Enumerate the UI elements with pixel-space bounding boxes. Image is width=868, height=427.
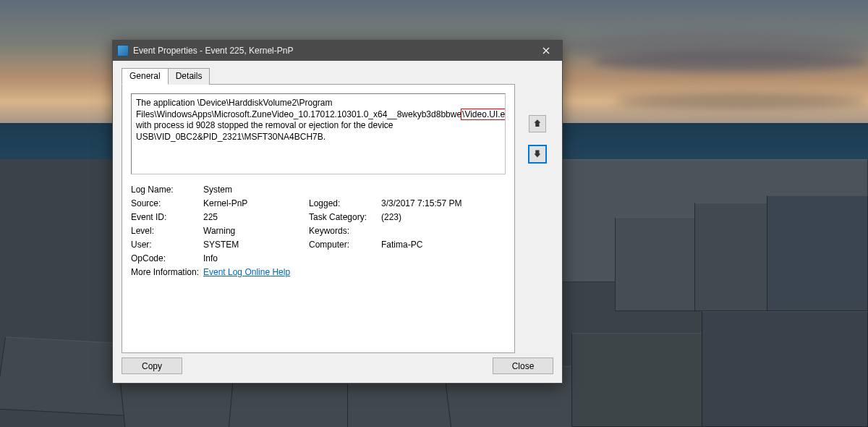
arrow-down-icon: 🡇 [533,149,542,159]
level-value: Warning [203,226,309,236]
opcode-label: OpCode: [131,253,203,263]
titlebar[interactable]: Event Properties - Event 225, Kernel-PnP [113,41,562,61]
computer-value: Fatima-PC [381,240,490,250]
description-text-pre: The application \Device\HarddiskVolume2\… [136,98,461,119]
event-log-help-link[interactable]: Event Log Online Help [203,267,290,277]
arrow-up-icon: 🡅 [533,119,542,129]
level-label: Level: [131,226,203,236]
source-label: Source: [131,198,203,208]
next-event-button[interactable]: 🡇 [529,145,546,163]
close-button[interactable]: Close [493,358,553,374]
logged-label: Logged: [309,198,381,208]
event-description: The application \Device\HarddiskVolume2\… [131,93,506,174]
event-properties-dialog: Event Properties - Event 225, Kernel-PnP… [112,40,563,384]
user-label: User: [131,240,203,250]
tab-details[interactable]: Details [168,68,210,85]
computer-label: Computer: [309,240,381,250]
copy-button[interactable]: Copy [122,358,182,374]
taskcategory-value: (223) [381,212,490,222]
eventid-label: Event ID: [131,212,203,222]
user-value: SYSTEM [203,240,309,250]
tab-panel-general: The application \Device\HarddiskVolume2\… [122,84,515,353]
keywords-label: Keywords: [309,226,381,236]
keywords-value [381,226,490,236]
tab-general[interactable]: General [122,68,169,85]
close-icon[interactable] [530,41,562,61]
taskcategory-label: Task Category: [309,212,381,222]
previous-event-button[interactable]: 🡅 [529,115,546,132]
window-title: Event Properties - Event 225, Kernel-PnP [133,46,530,56]
opcode-value: Info [203,253,309,263]
close-button-label: Close [512,361,535,371]
logged-value: 3/3/2017 7:15:57 PM [381,198,490,208]
logname-value: System [203,185,309,195]
description-text-post: with process id 9028 stopped the removal… [136,120,393,142]
highlighted-executable: \Video.UI.exe [461,109,506,120]
event-viewer-icon [117,45,129,56]
moreinfo-label: More Information: [131,267,203,277]
event-details-grid: Log Name: System Source: Kernel-PnP Logg… [131,185,506,277]
copy-button-label: Copy [142,361,162,371]
logname-label: Log Name: [131,185,203,195]
eventid-value: 225 [203,212,309,222]
source-value: Kernel-PnP [203,198,309,208]
